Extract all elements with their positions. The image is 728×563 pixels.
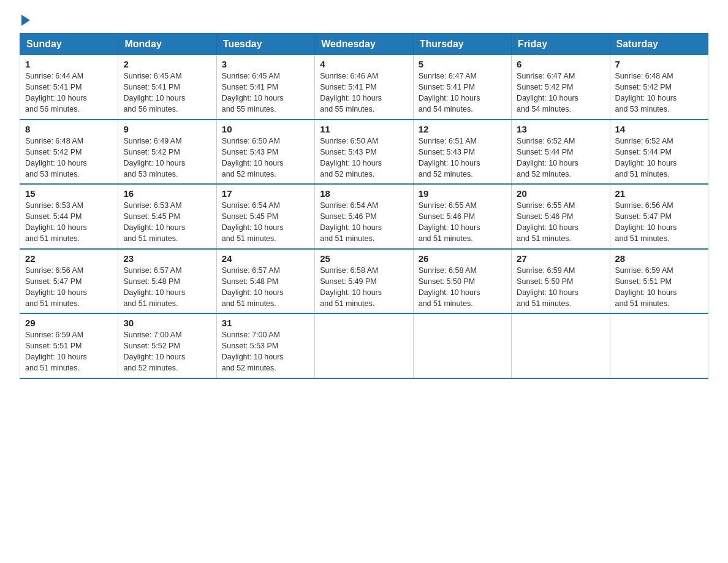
calendar-cell: 1 Sunrise: 6:44 AMSunset: 5:41 PMDayligh… bbox=[20, 55, 118, 120]
day-info: Sunrise: 6:48 AMSunset: 5:42 PMDaylight:… bbox=[25, 137, 87, 178]
calendar-cell: 28 Sunrise: 6:59 AMSunset: 5:51 PMDaylig… bbox=[610, 249, 708, 314]
day-info: Sunrise: 6:50 AMSunset: 5:43 PMDaylight:… bbox=[222, 137, 284, 178]
calendar-cell: 27 Sunrise: 6:59 AMSunset: 5:50 PMDaylig… bbox=[512, 249, 610, 314]
day-info: Sunrise: 6:57 AMSunset: 5:48 PMDaylight:… bbox=[222, 266, 284, 308]
logo-arrow-icon bbox=[21, 15, 30, 26]
calendar-cell: 29 Sunrise: 6:59 AMSunset: 5:51 PMDaylig… bbox=[20, 313, 118, 378]
weekday-header-thursday: Thursday bbox=[413, 34, 511, 55]
calendar-cell: 6 Sunrise: 6:47 AMSunset: 5:42 PMDayligh… bbox=[512, 55, 610, 120]
day-info: Sunrise: 6:55 AMSunset: 5:46 PMDaylight:… bbox=[419, 201, 480, 243]
calendar-cell: 5 Sunrise: 6:47 AMSunset: 5:41 PMDayligh… bbox=[413, 55, 511, 120]
weekday-header-saturday: Saturday bbox=[610, 34, 708, 55]
day-number: 8 bbox=[25, 124, 113, 134]
calendar-cell: 25 Sunrise: 6:58 AMSunset: 5:49 PMDaylig… bbox=[315, 249, 413, 314]
logo bbox=[20, 15, 30, 27]
day-number: 18 bbox=[320, 188, 408, 199]
calendar-cell: 30 Sunrise: 7:00 AMSunset: 5:52 PMDaylig… bbox=[118, 313, 216, 378]
weekday-header-row: SundayMondayTuesdayWednesdayThursdayFrid… bbox=[20, 34, 708, 55]
calendar-cell: 7 Sunrise: 6:48 AMSunset: 5:42 PMDayligh… bbox=[610, 55, 708, 120]
page-header bbox=[20, 15, 708, 27]
day-number: 13 bbox=[517, 124, 604, 134]
calendar-cell: 3 Sunrise: 6:45 AMSunset: 5:41 PMDayligh… bbox=[216, 55, 314, 120]
day-info: Sunrise: 6:59 AMSunset: 5:50 PMDaylight:… bbox=[517, 266, 578, 308]
day-number: 4 bbox=[320, 59, 408, 69]
day-number: 19 bbox=[419, 188, 506, 199]
calendar-week-row: 8 Sunrise: 6:48 AMSunset: 5:42 PMDayligh… bbox=[20, 120, 708, 185]
calendar-cell: 2 Sunrise: 6:45 AMSunset: 5:41 PMDayligh… bbox=[118, 55, 216, 120]
calendar-cell bbox=[610, 313, 708, 378]
day-number: 26 bbox=[419, 253, 506, 264]
day-number: 24 bbox=[222, 253, 309, 264]
calendar-cell: 26 Sunrise: 6:58 AMSunset: 5:50 PMDaylig… bbox=[413, 249, 511, 314]
calendar-week-row: 22 Sunrise: 6:56 AMSunset: 5:47 PMDaylig… bbox=[20, 249, 708, 314]
calendar-cell: 16 Sunrise: 6:53 AMSunset: 5:45 PMDaylig… bbox=[118, 184, 216, 249]
day-info: Sunrise: 6:53 AMSunset: 5:44 PMDaylight:… bbox=[25, 201, 87, 243]
day-number: 28 bbox=[615, 253, 703, 264]
day-info: Sunrise: 6:48 AMSunset: 5:42 PMDaylight:… bbox=[615, 72, 677, 113]
calendar-cell: 15 Sunrise: 6:53 AMSunset: 5:44 PMDaylig… bbox=[20, 184, 118, 249]
calendar-cell: 8 Sunrise: 6:48 AMSunset: 5:42 PMDayligh… bbox=[20, 120, 118, 185]
day-info: Sunrise: 6:45 AMSunset: 5:41 PMDaylight:… bbox=[222, 72, 284, 113]
day-number: 3 bbox=[222, 59, 309, 69]
day-number: 12 bbox=[419, 124, 506, 134]
calendar-cell: 18 Sunrise: 6:54 AMSunset: 5:46 PMDaylig… bbox=[315, 184, 413, 249]
calendar-cell: 12 Sunrise: 6:51 AMSunset: 5:43 PMDaylig… bbox=[413, 120, 511, 185]
day-number: 5 bbox=[419, 59, 506, 69]
day-number: 16 bbox=[123, 188, 211, 199]
day-number: 31 bbox=[222, 318, 309, 328]
day-number: 2 bbox=[123, 59, 211, 69]
day-info: Sunrise: 7:00 AMSunset: 5:53 PMDaylight:… bbox=[222, 331, 284, 372]
calendar-table: SundayMondayTuesdayWednesdayThursdayFrid… bbox=[20, 33, 708, 379]
day-number: 22 bbox=[25, 253, 113, 264]
day-info: Sunrise: 6:53 AMSunset: 5:45 PMDaylight:… bbox=[123, 201, 185, 243]
calendar-cell: 23 Sunrise: 6:57 AMSunset: 5:48 PMDaylig… bbox=[118, 249, 216, 314]
calendar-cell: 19 Sunrise: 6:55 AMSunset: 5:46 PMDaylig… bbox=[413, 184, 511, 249]
calendar-week-row: 1 Sunrise: 6:44 AMSunset: 5:41 PMDayligh… bbox=[20, 55, 708, 120]
day-number: 21 bbox=[615, 188, 703, 199]
day-number: 17 bbox=[222, 188, 309, 199]
calendar-cell: 20 Sunrise: 6:55 AMSunset: 5:46 PMDaylig… bbox=[512, 184, 610, 249]
day-number: 1 bbox=[25, 59, 113, 69]
calendar-week-row: 29 Sunrise: 6:59 AMSunset: 5:51 PMDaylig… bbox=[20, 313, 708, 378]
day-number: 15 bbox=[25, 188, 113, 199]
calendar-cell: 31 Sunrise: 7:00 AMSunset: 5:53 PMDaylig… bbox=[216, 313, 314, 378]
calendar-cell: 10 Sunrise: 6:50 AMSunset: 5:43 PMDaylig… bbox=[216, 120, 314, 185]
day-info: Sunrise: 6:54 AMSunset: 5:46 PMDaylight:… bbox=[320, 201, 382, 243]
calendar-cell: 24 Sunrise: 6:57 AMSunset: 5:48 PMDaylig… bbox=[216, 249, 314, 314]
day-info: Sunrise: 6:49 AMSunset: 5:42 PMDaylight:… bbox=[123, 137, 185, 178]
day-info: Sunrise: 6:58 AMSunset: 5:49 PMDaylight:… bbox=[320, 266, 382, 308]
calendar-cell: 4 Sunrise: 6:46 AMSunset: 5:41 PMDayligh… bbox=[315, 55, 413, 120]
weekday-header-tuesday: Tuesday bbox=[216, 34, 314, 55]
day-number: 6 bbox=[517, 59, 604, 69]
day-info: Sunrise: 6:55 AMSunset: 5:46 PMDaylight:… bbox=[517, 201, 578, 243]
day-info: Sunrise: 6:59 AMSunset: 5:51 PMDaylight:… bbox=[25, 331, 87, 372]
day-info: Sunrise: 6:59 AMSunset: 5:51 PMDaylight:… bbox=[615, 266, 677, 308]
logo-blue-text bbox=[20, 15, 30, 27]
calendar-cell: 14 Sunrise: 6:52 AMSunset: 5:44 PMDaylig… bbox=[610, 120, 708, 185]
day-number: 20 bbox=[517, 188, 604, 199]
weekday-header-friday: Friday bbox=[512, 34, 610, 55]
day-info: Sunrise: 6:52 AMSunset: 5:44 PMDaylight:… bbox=[517, 137, 578, 178]
day-number: 25 bbox=[320, 253, 408, 264]
day-info: Sunrise: 6:52 AMSunset: 5:44 PMDaylight:… bbox=[615, 137, 677, 178]
calendar-cell: 9 Sunrise: 6:49 AMSunset: 5:42 PMDayligh… bbox=[118, 120, 216, 185]
day-number: 7 bbox=[615, 59, 703, 69]
day-info: Sunrise: 6:54 AMSunset: 5:45 PMDaylight:… bbox=[222, 201, 284, 243]
day-info: Sunrise: 6:46 AMSunset: 5:41 PMDaylight:… bbox=[320, 72, 382, 113]
day-number: 29 bbox=[25, 318, 113, 328]
day-number: 27 bbox=[517, 253, 604, 264]
day-number: 30 bbox=[123, 318, 211, 328]
calendar-cell: 17 Sunrise: 6:54 AMSunset: 5:45 PMDaylig… bbox=[216, 184, 314, 249]
day-info: Sunrise: 6:56 AMSunset: 5:47 PMDaylight:… bbox=[615, 201, 677, 243]
weekday-header-wednesday: Wednesday bbox=[315, 34, 413, 55]
day-info: Sunrise: 6:45 AMSunset: 5:41 PMDaylight:… bbox=[123, 72, 185, 113]
day-number: 23 bbox=[123, 253, 211, 264]
day-info: Sunrise: 6:51 AMSunset: 5:43 PMDaylight:… bbox=[419, 137, 480, 178]
day-info: Sunrise: 6:47 AMSunset: 5:41 PMDaylight:… bbox=[419, 72, 480, 113]
day-number: 14 bbox=[615, 124, 703, 134]
calendar-cell bbox=[512, 313, 610, 378]
calendar-cell: 11 Sunrise: 6:50 AMSunset: 5:43 PMDaylig… bbox=[315, 120, 413, 185]
day-number: 10 bbox=[222, 124, 309, 134]
day-info: Sunrise: 6:50 AMSunset: 5:43 PMDaylight:… bbox=[320, 137, 382, 178]
weekday-header-sunday: Sunday bbox=[20, 34, 118, 55]
